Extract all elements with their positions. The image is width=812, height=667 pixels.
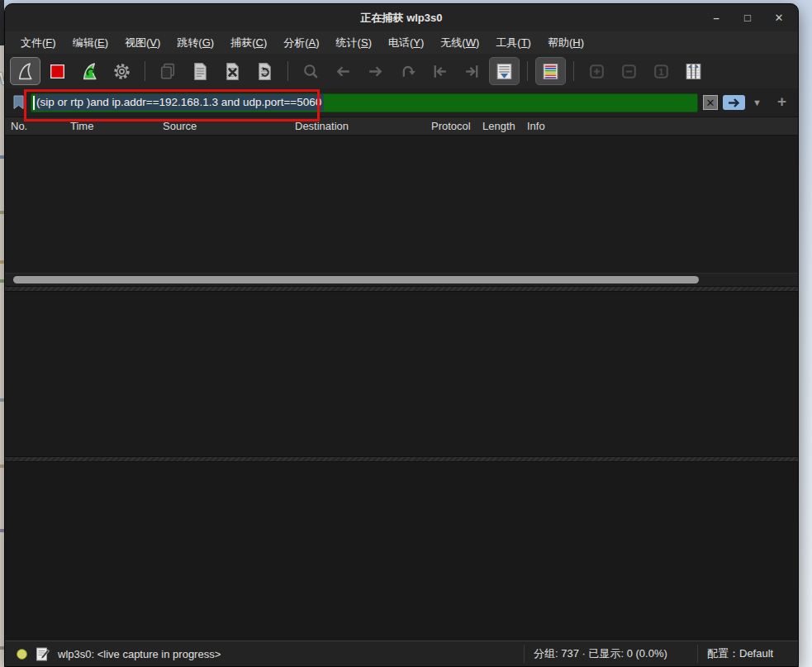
apply-filter-button[interactable]: [723, 95, 745, 110]
capture-comment-icon[interactable]: [36, 646, 50, 662]
zoom-in-icon: [586, 61, 607, 82]
menu-item-c[interactable]: 捕获(C): [222, 33, 275, 53]
text-caret: [33, 96, 35, 110]
profile-label: 配置：: [707, 647, 739, 660]
bookmark-icon: [12, 95, 25, 110]
colorize-icon: [540, 61, 561, 82]
minimize-button[interactable]: –: [709, 12, 724, 24]
profile-value: Default: [739, 647, 773, 660]
column-header-no[interactable]: No.: [11, 120, 27, 132]
colorize-button[interactable]: [535, 57, 566, 85]
autoscroll-button[interactable]: [489, 57, 520, 85]
toolbar-separator: [287, 61, 288, 81]
menubar: 文件(F)编辑(E)视图(V)跳转(G)捕获(C)分析(A)统计(S)电话(Y)…: [5, 31, 798, 54]
display-filter-input[interactable]: (sip or rtp )and ip.addr==192.168.1.3 an…: [31, 93, 698, 112]
reload-file-button[interactable]: [249, 57, 280, 85]
go-first-icon: [430, 61, 450, 82]
statusbar-divider[interactable]: [697, 645, 698, 663]
menu-item-v[interactable]: 视图(V): [116, 33, 169, 53]
menu-item-f[interactable]: 文件(F): [12, 33, 64, 53]
go-forward-button[interactable]: [360, 57, 391, 85]
stop-capture-button[interactable]: [42, 57, 73, 85]
menu-item-e[interactable]: 编辑(E): [64, 33, 116, 53]
clear-filter-button[interactable]: ✕: [703, 95, 718, 110]
packet-counts-text: 分组: 737 · 已显示: 0 (0.0%): [534, 646, 667, 661]
filter-bookmark-button[interactable]: [11, 94, 26, 111]
main-toolbar: 1: [5, 54, 798, 88]
column-header-time[interactable]: Time: [70, 120, 93, 132]
go-forward-icon: [365, 61, 386, 82]
packet-list-pane[interactable]: [5, 136, 798, 286]
start-capture-icon: [15, 61, 36, 82]
go-to-packet-icon: [397, 61, 418, 82]
column-header-destination[interactable]: Destination: [295, 120, 349, 132]
window-controls: – □ ✕: [709, 4, 786, 31]
close-file-button[interactable]: [217, 57, 248, 85]
stop-capture-icon: [47, 61, 68, 82]
start-capture-button[interactable]: [10, 57, 40, 85]
profile-text[interactable]: 配置：Default: [707, 646, 773, 661]
filter-toolbar: (sip or rtp )and ip.addr==192.168.1.3 an…: [5, 88, 798, 117]
capture-options-icon: [112, 61, 132, 82]
column-header-length[interactable]: Length: [482, 120, 515, 132]
zoom-out-icon: [619, 61, 639, 82]
column-header-info[interactable]: Info: [527, 120, 545, 132]
pane-splitter-bottom[interactable]: [5, 456, 798, 462]
find-packet-button[interactable]: [296, 57, 326, 85]
column-header-protocol[interactable]: Protocol: [431, 120, 471, 132]
filter-dropdown-button[interactable]: ▼: [750, 98, 764, 107]
menu-item-a[interactable]: 分析(A): [275, 33, 327, 53]
wireshark-window: 正在捕获 wlp3s0 – □ ✕ 文件(F)编辑(E)视图(V)跳转(G)捕获…: [4, 3, 799, 667]
svg-text:1: 1: [659, 67, 664, 76]
packet-details-pane[interactable]: [5, 292, 798, 456]
open-file-icon: [158, 61, 178, 82]
horizontal-scrollbar-thumb[interactable]: [13, 276, 699, 283]
go-to-packet-button[interactable]: [392, 57, 423, 85]
horizontal-scrollbar-track[interactable]: [5, 273, 798, 286]
menu-item-g[interactable]: 跳转(G): [169, 33, 222, 53]
restart-capture-button[interactable]: [74, 57, 105, 85]
go-last-icon: [462, 61, 482, 82]
toolbar-separator: [573, 61, 574, 81]
capture-status-text: wlp3s0: <live capture in progress>: [58, 648, 221, 660]
save-file-button[interactable]: [185, 57, 216, 85]
zoom-original-button[interactable]: 1: [646, 57, 677, 85]
zoom-in-button[interactable]: [582, 57, 612, 85]
menu-item-w[interactable]: 无线(W): [432, 33, 487, 53]
maximize-button[interactable]: □: [740, 12, 755, 24]
menu-item-s[interactable]: 统计(S): [328, 33, 380, 53]
menu-item-t[interactable]: 工具(T): [487, 33, 539, 53]
open-file-button[interactable]: [153, 57, 183, 85]
go-first-button[interactable]: [425, 57, 455, 85]
autoscroll-icon: [494, 61, 515, 82]
pane-splitter-top[interactable]: [5, 286, 798, 292]
packet-list-header: No.TimeSourceDestinationProtocolLengthIn…: [5, 117, 798, 136]
statusbar-divider[interactable]: [524, 645, 525, 663]
statusbar: wlp3s0: <live capture in progress> 分组: 7…: [5, 641, 798, 666]
toolbar-separator: [145, 61, 145, 81]
column-header-source[interactable]: Source: [163, 120, 197, 132]
resize-columns-button[interactable]: [678, 57, 709, 85]
find-packet-icon: [301, 61, 321, 82]
filter-text-selected: (sip or rtp )and ip.addr==192.168.1.3 an…: [36, 94, 324, 111]
packet-bytes-pane[interactable]: [5, 462, 798, 641]
expert-info-icon[interactable]: [17, 649, 27, 660]
apply-arrow-icon: [727, 98, 741, 108]
capture-options-button[interactable]: [107, 57, 137, 85]
zoom-out-button[interactable]: [614, 57, 644, 85]
restart-capture-icon: [79, 61, 100, 82]
go-back-icon: [333, 61, 354, 82]
go-last-button[interactable]: [457, 57, 487, 85]
menu-item-y[interactable]: 电话(Y): [380, 33, 432, 53]
reload-file-icon: [254, 61, 275, 82]
menu-item-h[interactable]: 帮助(H): [539, 33, 592, 53]
add-filter-button[interactable]: +: [769, 93, 791, 112]
window-title: 正在捕获 wlp3s0: [361, 11, 443, 26]
resize-columns-icon: [683, 61, 704, 82]
titlebar[interactable]: 正在捕获 wlp3s0 – □ ✕: [5, 4, 798, 31]
zoom-original-icon: 1: [651, 61, 672, 82]
close-file-icon: [222, 61, 243, 82]
save-file-icon: [190, 61, 211, 82]
close-button[interactable]: ✕: [772, 12, 786, 24]
go-back-button[interactable]: [328, 57, 359, 85]
